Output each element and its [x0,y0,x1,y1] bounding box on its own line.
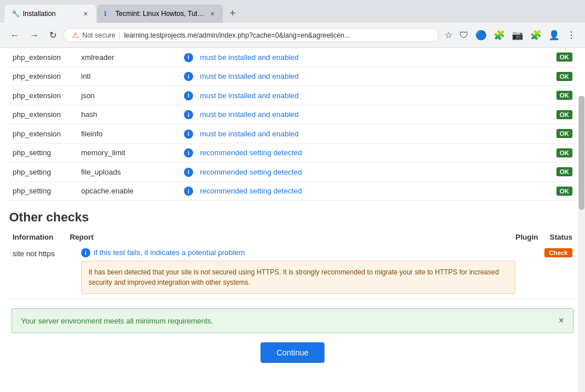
tab-installation[interactable]: 🔧 Installation × [5,5,96,23]
check-badge-4: OK [547,124,576,144]
check-info-icon-6[interactable]: i [181,163,197,182]
check-name-0: xmlreader [78,48,181,67]
check-name-2: json [78,86,181,106]
tab-title-installation: Installation [23,10,79,18]
address-bar[interactable]: ⚠ Not secure | learning.testprojects.me/… [63,28,439,42]
check-plugin-3 [502,105,547,124]
check-status-text-3: must be installed and enabled [197,105,502,124]
continue-button[interactable]: Continue [261,342,324,363]
tab-close-tecmint[interactable]: × [209,9,216,18]
other-checks-header: Information Report Plugin Status [9,231,576,244]
check-badge-0: OK [547,48,576,67]
security-label: Not secure [82,31,115,39]
main-content: php_extension xmlreader i must be instal… [0,48,585,392]
check-badge-7: OK [547,181,576,201]
url-text: learning.testprojects.me/admin/index.php… [124,31,350,39]
extension-icon1[interactable]: 🛡 [457,28,471,43]
site-not-https-label: site not https [13,249,55,258]
scrollbar-thumb[interactable] [579,96,584,210]
check-type-6: php_setting [9,163,78,182]
php-check-row-6: php_setting file_uploads i recommended s… [9,163,576,182]
php-check-row-2: php_extension json i must be installed a… [9,86,576,106]
check-info-icon-1[interactable]: i [181,67,197,86]
other-checks-table: site not https i if this test fails, it … [9,244,576,299]
check-name-7: opcache.enable [78,181,181,201]
success-banner: Your server environment meets all minimu… [11,308,574,333]
check-type-3: php_extension [9,105,78,124]
check-type-7: php_setting [9,181,78,201]
star-icon[interactable]: ☆ [442,27,455,43]
check-badge-1: OK [547,67,576,86]
forward-button[interactable]: → [26,28,42,43]
check-name-1: intl [78,67,181,86]
back-button[interactable]: ← [7,28,23,43]
check-info-icon-4[interactable]: i [181,124,197,144]
check-badge-2: OK [547,86,576,106]
check-plugin-4 [502,124,547,144]
check-info-icon-5[interactable]: i [181,143,197,163]
check-info-icon-0[interactable]: i [181,48,197,67]
tab-tecmint[interactable]: ℹ Tecmint: Linux Howtos, Tutori... × [97,5,223,23]
scrollbar[interactable] [578,96,585,392]
url-separator: | [119,31,121,39]
check-plugin-2 [502,86,547,106]
close-banner-button[interactable]: × [559,316,564,326]
check-info-icon-3[interactable]: i [181,105,197,124]
check-type-1: php_extension [9,67,78,86]
tab-close-installation[interactable]: × [82,9,89,18]
check-info-icon-7[interactable]: i [181,181,197,201]
menu-button[interactable]: ⋮ [564,27,578,43]
header-report: Report [70,233,481,241]
https-link[interactable]: if this test fails, it indicates a poten… [94,248,245,257]
check-info-icon-2[interactable]: i [181,86,197,106]
check-badge-3: OK [547,105,576,124]
check-status-text-1: must be installed and enabled [197,67,502,86]
check-badge-6: OK [547,163,576,182]
php-check-row-3: php_extension hash i must be installed a… [9,105,576,124]
check-status-text-2: must be installed and enabled [197,86,502,106]
check-status-text-5: recommended setting detected [197,143,502,163]
check-name-4: fileinfo [78,124,181,144]
reload-button[interactable]: ↻ [46,27,60,43]
php-check-row-4: php_extension fileinfo i must be install… [9,124,576,144]
check-plugin-7 [502,181,547,201]
check-type-2: php_extension [9,86,78,106]
check-name-3: hash [78,105,181,124]
check-plugin-5 [502,143,547,163]
new-tab-button[interactable]: + [224,4,242,23]
security-warning-icon: ⚠ [72,31,79,39]
extensions-puzzle[interactable]: 🧩 [528,27,544,43]
https-warning-description: It has been detected that your site is n… [81,261,515,294]
check-status-text-6: recommended setting detected [197,163,502,182]
extension-icon2[interactable]: 🔵 [473,27,489,43]
check-type-0: php_extension [9,48,78,67]
other-checks-title: Other checks [9,210,576,225]
php-checks-table: php_extension xmlreader i must be instal… [9,48,576,201]
check-plugin-6 [502,163,547,182]
check-type-5: php_setting [9,143,78,163]
check-status-text-7: recommended setting detected [197,181,502,201]
https-info-icon[interactable]: i [81,248,90,257]
profile-icon[interactable]: 👤 [546,27,562,43]
https-check-badge: Check [544,248,572,257]
tab-title-tecmint: Tecmint: Linux Howtos, Tutori... [115,10,206,18]
header-information: Information [13,233,70,241]
other-check-row-https: site not https i if this test fails, it … [9,244,576,299]
check-type-4: php_extension [9,124,78,144]
success-message: Your server environment meets all minimu… [21,317,213,325]
header-plugin: Plugin [481,233,538,241]
extension-icon3[interactable]: 🧩 [491,27,507,43]
php-check-row-7: php_setting opcache.enable i recommended… [9,181,576,201]
check-status-text-0: must be installed and enabled [197,48,502,67]
check-name-5: memory_limit [78,143,181,163]
php-check-row-0: php_extension xmlreader i must be instal… [9,48,576,67]
tab-favicon-tecmint: ℹ [104,10,112,18]
button-row: Continue [9,342,576,363]
extension-icon4[interactable]: 📷 [510,27,526,43]
check-status-text-4: must be installed and enabled [197,124,502,144]
php-check-row-1: php_extension intl i must be installed a… [9,67,576,86]
check-name-6: file_uploads [78,163,181,182]
check-badge-5: OK [547,143,576,163]
tab-favicon-installation: 🔧 [11,10,19,18]
check-plugin-1 [502,67,547,86]
